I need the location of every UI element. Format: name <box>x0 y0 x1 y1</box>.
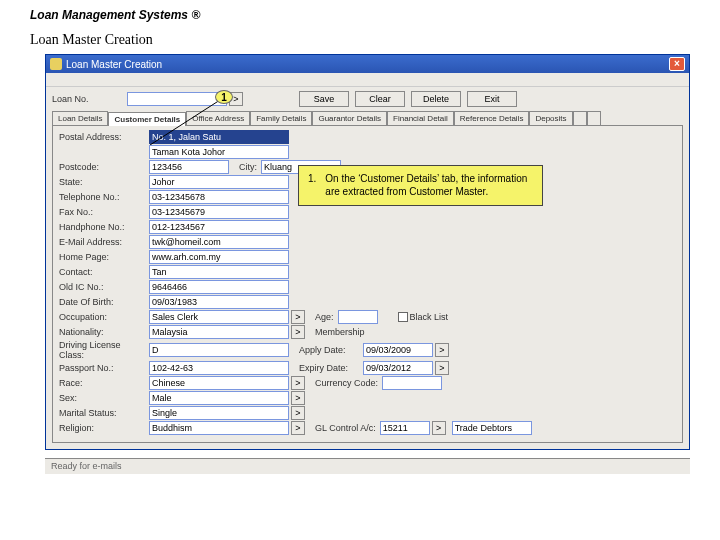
email-label: E-Mail Address: <box>59 237 149 247</box>
tab-family-details[interactable]: Family Details <box>250 111 312 125</box>
nationality-input[interactable] <box>149 325 289 339</box>
glcontrol-lookup-button[interactable]: > <box>432 421 446 435</box>
religion-lookup-button[interactable]: > <box>291 421 305 435</box>
contact-input[interactable] <box>149 265 289 279</box>
tabstrip: Loan Details Customer Details Office Add… <box>52 111 683 126</box>
race-lookup-button[interactable]: > <box>291 376 305 390</box>
race-label: Race: <box>59 378 149 388</box>
passport-label: Passport No.: <box>59 363 149 373</box>
annotation-text: On the ‘Customer Details’ tab, the infor… <box>324 172 534 199</box>
annotation-badge: 1 <box>215 90 233 104</box>
race-input[interactable] <box>149 376 289 390</box>
glcontrol-label: GL Control A/c: <box>315 423 376 433</box>
doc-subtitle: Loan Master Creation <box>0 26 720 54</box>
city-label: City: <box>239 162 257 172</box>
app-window: Loan Master Creation × Loan No. > Save C… <box>45 54 690 450</box>
tab-reference-details[interactable]: Reference Details <box>454 111 530 125</box>
marital-input[interactable] <box>149 406 289 420</box>
postcode-input[interactable] <box>149 160 229 174</box>
dob-label: Date Of Birth: <box>59 297 149 307</box>
loan-no-label: Loan No. <box>52 94 127 104</box>
sex-input[interactable] <box>149 391 289 405</box>
dob-input[interactable] <box>149 295 289 309</box>
tab-deposits[interactable]: Deposits <box>529 111 572 125</box>
religion-input[interactable] <box>149 421 289 435</box>
telephone-label: Telephone No.: <box>59 192 149 202</box>
sex-label: Sex: <box>59 393 149 403</box>
tab-blank-2[interactable] <box>587 111 601 125</box>
oldic-input[interactable] <box>149 280 289 294</box>
contact-label: Contact: <box>59 267 149 277</box>
apply-date-lookup-button[interactable]: > <box>435 343 449 357</box>
window-title: Loan Master Creation <box>66 59 162 70</box>
exit-button[interactable]: Exit <box>467 91 517 107</box>
homepage-input[interactable] <box>149 250 289 264</box>
blacklist-checkbox[interactable] <box>398 312 408 322</box>
expiry-date-label: Expiry Date: <box>299 363 359 373</box>
oldic-label: Old IC No.: <box>59 282 149 292</box>
nationality-label: Nationality: <box>59 327 149 337</box>
tab-guarantor-details[interactable]: Guarantor Details <box>312 111 387 125</box>
tab-financial-detail[interactable]: Financial Detail <box>387 111 454 125</box>
annotation-num: 1. <box>307 172 322 199</box>
currency-input[interactable] <box>382 376 442 390</box>
email-input[interactable] <box>149 235 289 249</box>
tab-blank-1[interactable] <box>573 111 587 125</box>
delete-button[interactable]: Delete <box>411 91 461 107</box>
blacklist-label: Black List <box>410 312 449 322</box>
titlebar: Loan Master Creation × <box>46 55 689 73</box>
apply-date-label: Apply Date: <box>299 345 359 355</box>
telephone-input[interactable] <box>149 190 289 204</box>
postcode-label: Postcode: <box>59 162 149 172</box>
fax-label: Fax No.: <box>59 207 149 217</box>
expiry-date-lookup-button[interactable]: > <box>435 361 449 375</box>
marital-lookup-button[interactable]: > <box>291 406 305 420</box>
license-label: Driving License Class: <box>59 340 149 360</box>
currency-label: Currency Code: <box>315 378 378 388</box>
menubar <box>46 73 689 87</box>
fax-input[interactable] <box>149 205 289 219</box>
apply-date-input[interactable] <box>363 343 433 357</box>
statusbar: Ready for e-mails <box>45 458 690 474</box>
marital-label: Marital Status: <box>59 408 149 418</box>
annotation-line <box>150 100 220 140</box>
membership-label: Membership <box>315 327 365 337</box>
religion-label: Religion: <box>59 423 149 433</box>
state-label: State: <box>59 177 149 187</box>
handphone-input[interactable] <box>149 220 289 234</box>
occupation-input[interactable] <box>149 310 289 324</box>
occupation-lookup-button[interactable]: > <box>291 310 305 324</box>
handphone-label: Handphone No.: <box>59 222 149 232</box>
passport-input[interactable] <box>149 361 289 375</box>
occupation-label: Occupation: <box>59 312 149 322</box>
expiry-date-input[interactable] <box>363 361 433 375</box>
annotation-callout: 1. On the ‘Customer Details’ tab, the in… <box>298 165 543 206</box>
age-input[interactable] <box>338 310 378 324</box>
state-input[interactable] <box>149 175 289 189</box>
doc-title: Loan Management Systems ® <box>0 0 720 26</box>
app-icon <box>50 58 62 70</box>
tab-loan-details[interactable]: Loan Details <box>52 111 108 125</box>
license-input[interactable] <box>149 343 289 357</box>
glcontrol-desc-input <box>452 421 532 435</box>
save-button[interactable]: Save <box>299 91 349 107</box>
sex-lookup-button[interactable]: > <box>291 391 305 405</box>
nationality-lookup-button[interactable]: > <box>291 325 305 339</box>
postal-address-label: Postal Address: <box>59 132 149 142</box>
homepage-label: Home Page: <box>59 252 149 262</box>
postal-line2-input[interactable] <box>149 145 289 159</box>
close-button[interactable]: × <box>669 57 685 71</box>
glcontrol-input[interactable] <box>380 421 430 435</box>
clear-button[interactable]: Clear <box>355 91 405 107</box>
age-label: Age: <box>315 312 334 322</box>
svg-line-0 <box>150 100 220 145</box>
